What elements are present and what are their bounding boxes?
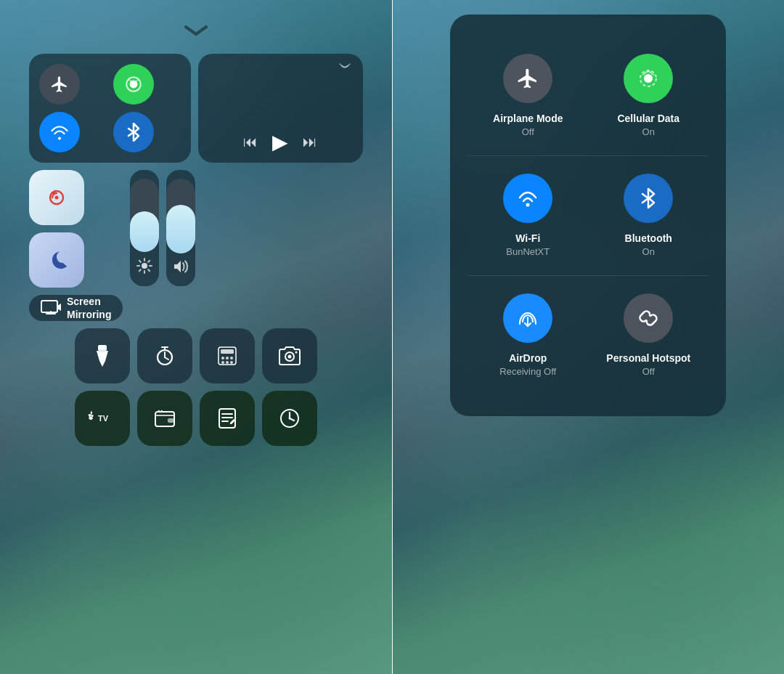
- airplay-icon: [338, 62, 351, 76]
- svg-point-46: [644, 74, 653, 83]
- play-button[interactable]: ▶: [272, 130, 288, 154]
- apps-row-1: [29, 328, 363, 383]
- left-col: Screen Mirroring: [29, 170, 123, 321]
- svg-point-27: [221, 361, 224, 364]
- svg-line-11: [139, 261, 141, 262]
- wallet-button[interactable]: [137, 391, 192, 446]
- airplane-mode-icon-circle: [503, 54, 552, 103]
- brightness-fill: [130, 211, 159, 252]
- wifi-icon-circle: [503, 174, 552, 223]
- do-not-disturb-button[interactable]: [29, 232, 84, 288]
- brightness-icon: [136, 258, 152, 277]
- svg-rect-23: [221, 349, 234, 354]
- bluetooth-status: On: [642, 246, 655, 258]
- wifi-label: Wi-Fi: [515, 232, 540, 245]
- left-half: ⏮ ▶ ⏭: [0, 0, 392, 674]
- personal-hotspot-label: Personal Hotspot: [606, 352, 690, 365]
- airplane-mode-status: Off: [522, 126, 534, 138]
- detail-grid: Airplane Mode Off Cellular: [467, 36, 709, 394]
- volume-track: [166, 179, 195, 253]
- cellular-data-text: Cellular Data On: [617, 112, 679, 138]
- svg-text:TV: TV: [98, 414, 109, 423]
- airdrop-detail[interactable]: AirDrop Receiving Off: [467, 276, 588, 395]
- bluetooth-detail[interactable]: Bluetooth On: [588, 156, 709, 275]
- personal-hotspot-text: Personal Hotspot Off: [606, 352, 690, 378]
- svg-point-32: [295, 352, 297, 354]
- svg-point-6: [142, 263, 147, 269]
- svg-point-3: [55, 196, 59, 200]
- svg-point-25: [226, 357, 229, 360]
- control-center-panel: ⏮ ▶ ⏭: [0, 0, 392, 468]
- airplane-mode-button[interactable]: [39, 64, 80, 105]
- sliders-col: [130, 170, 195, 321]
- media-controls: ⏮ ▶ ⏭: [210, 130, 351, 154]
- wifi-text: Wi-Fi BunNetXT: [506, 232, 550, 258]
- svg-point-29: [230, 361, 233, 364]
- airplane-mode-label: Airplane Mode: [493, 112, 563, 125]
- wifi-detail[interactable]: Wi-Fi BunNetXT: [467, 156, 588, 275]
- svg-rect-4: [41, 301, 57, 312]
- right-half: Airplane Mode Off Cellular: [393, 0, 785, 674]
- airdrop-icon-circle: [503, 293, 552, 343]
- second-main-row: Screen Mirroring: [29, 170, 363, 321]
- airplane-mode-detail[interactable]: Airplane Mode Off: [467, 36, 588, 155]
- svg-rect-38: [219, 409, 235, 428]
- flashlight-button[interactable]: [75, 328, 130, 383]
- svg-line-13: [149, 261, 150, 262]
- clock-button[interactable]: [262, 391, 317, 446]
- cellular-data-detail[interactable]: Cellular Data On: [588, 36, 709, 155]
- cellular-data-status: On: [642, 126, 655, 138]
- screen-mirroring-label: Screen Mirroring: [67, 295, 111, 321]
- chevron-down-icon[interactable]: [183, 22, 209, 39]
- svg-rect-35: [168, 418, 174, 423]
- screen-mirror-icon: [41, 300, 61, 316]
- airplane-mode-text: Airplane Mode Off: [493, 112, 563, 138]
- cellular-data-label: Cellular Data: [617, 112, 679, 125]
- screen-rotation-lock-button[interactable]: [29, 170, 84, 225]
- brightness-slider[interactable]: [130, 170, 159, 286]
- personal-hotspot-detail[interactable]: Personal Hotspot Off: [588, 276, 709, 395]
- wifi-button[interactable]: [39, 112, 80, 153]
- connectivity-detail-card: Airplane Mode Off Cellular: [450, 15, 726, 416]
- apple-tv-button[interactable]: TV: [75, 391, 130, 446]
- rewind-button[interactable]: ⏮: [243, 134, 258, 150]
- svg-line-19: [165, 357, 168, 360]
- svg-point-28: [226, 361, 229, 364]
- bluetooth-label: Bluetooth: [625, 232, 672, 245]
- volume-slider[interactable]: [166, 170, 195, 286]
- svg-point-45: [288, 418, 290, 420]
- airdrop-label: AirDrop: [509, 352, 547, 365]
- personal-hotspot-status: Off: [642, 366, 655, 378]
- brightness-track: [130, 179, 159, 252]
- connectivity-panel: [29, 54, 191, 163]
- airdrop-status: Receiving Off: [499, 366, 556, 378]
- notes-button[interactable]: [200, 391, 255, 446]
- media-panel: ⏮ ▶ ⏭: [198, 54, 363, 163]
- wifi-status: BunNetXT: [506, 246, 550, 258]
- top-row: ⏮ ▶ ⏭: [29, 54, 363, 163]
- svg-point-16: [98, 349, 107, 352]
- volume-icon: [172, 259, 189, 277]
- svg-line-12: [149, 269, 150, 271]
- screen-mirroring-button[interactable]: Screen Mirroring: [29, 295, 123, 321]
- camera-button[interactable]: [262, 328, 317, 383]
- panel-divider: [392, 0, 393, 674]
- cellular-data-button[interactable]: [113, 64, 154, 105]
- airdrop-text: AirDrop Receiving Off: [499, 352, 556, 378]
- fast-forward-button[interactable]: ⏭: [303, 134, 317, 150]
- svg-point-31: [287, 355, 291, 359]
- apps-row-2: TV: [29, 391, 363, 446]
- svg-line-14: [139, 269, 141, 271]
- bluetooth-button[interactable]: [113, 112, 154, 153]
- personal-hotspot-icon-circle: [624, 293, 673, 343]
- volume-fill: [166, 205, 195, 253]
- bluetooth-icon-circle: [624, 174, 673, 223]
- connectivity-detail-panel: Airplane Mode Off Cellular: [393, 0, 785, 431]
- timer-button[interactable]: [137, 328, 192, 383]
- svg-point-24: [221, 357, 224, 360]
- svg-point-26: [230, 357, 233, 360]
- bluetooth-text: Bluetooth On: [625, 232, 672, 258]
- calculator-button[interactable]: [200, 328, 255, 383]
- svg-point-48: [526, 203, 530, 206]
- cellular-data-icon-circle: [624, 54, 673, 103]
